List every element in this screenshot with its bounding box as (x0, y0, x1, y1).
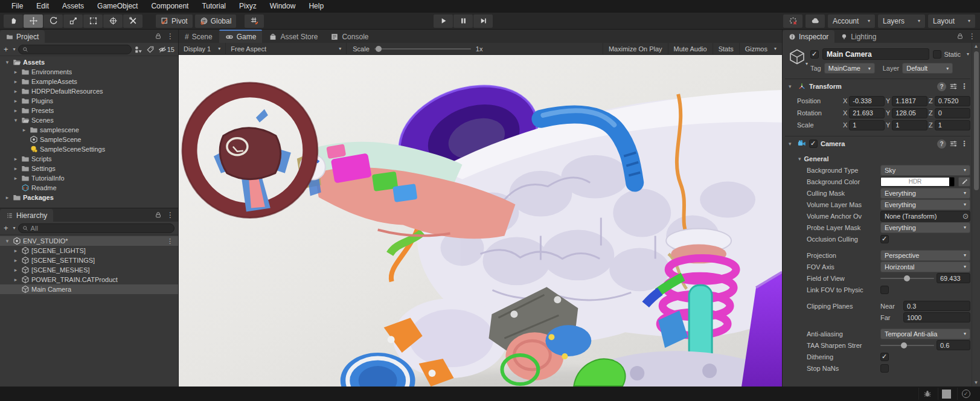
hidden-packages-toggle[interactable]: 15 (158, 45, 175, 54)
stats-button[interactable]: Stats (713, 43, 739, 54)
scale-tool-button[interactable] (63, 14, 83, 28)
display-dropdown[interactable]: Display 1 ▾ (179, 43, 226, 55)
hierarchy-item-scene-lights[interactable]: ▸[SCENE_LIGHTS] (0, 246, 178, 255)
projection-dropdown[interactable]: Perspective▾ (880, 250, 970, 261)
menu-edit[interactable]: Edit (30, 0, 56, 13)
tree-right-arrow-icon[interactable]: ▸ (12, 257, 19, 263)
fov-slider-knob[interactable] (904, 275, 910, 281)
position-y-field[interactable]: 1.1817 (892, 96, 927, 106)
lock-icon[interactable] (956, 33, 964, 40)
project-item-assets[interactable]: ▾Assets (0, 57, 178, 67)
transform-tool-button[interactable] (103, 14, 123, 28)
gizmos-dropdown[interactable]: Gizmos▾ (739, 43, 782, 54)
tree-right-arrow-icon[interactable]: ▸ (12, 267, 19, 273)
pause-button[interactable] (453, 14, 473, 28)
presets-icon[interactable] (949, 82, 958, 91)
tree-right-arrow-icon[interactable]: ▸ (12, 248, 19, 254)
hierarchy-item-main-camera[interactable]: Main Camera (0, 284, 178, 294)
tab-hierarchy[interactable]: Hierarchy (0, 209, 53, 222)
static-checkbox[interactable] (933, 50, 941, 59)
rotation-x-field[interactable]: 21.693 (849, 108, 885, 118)
tree-right-arrow-icon[interactable]: ▸ (12, 156, 19, 162)
dithering-checkbox[interactable] (880, 353, 889, 361)
scale-slider[interactable] (374, 48, 471, 50)
near-field[interactable]: 0.3 (903, 301, 970, 311)
volume-anchor-field[interactable]: None (Transform)⊙ (880, 211, 970, 222)
kebab-menu-icon[interactable]: ⋮ (961, 83, 968, 90)
tree-right-arrow-icon[interactable]: ▸ (4, 194, 11, 200)
rect-tool-button[interactable] (83, 14, 103, 28)
filter-by-label-icon[interactable] (146, 45, 155, 54)
project-item-scenes[interactable]: ▾Scenes (0, 115, 178, 125)
project-item-presets[interactable]: ▸Presets (0, 106, 178, 115)
step-button[interactable] (473, 14, 493, 28)
taa-sharpen-slider[interactable] (880, 345, 934, 346)
hierarchy-item-scene-settings[interactable]: ▸[SCENE_SETTINGS] (0, 255, 178, 265)
tree-right-arrow-icon[interactable]: ▸ (12, 165, 19, 172)
fov-axis-dropdown[interactable]: Horizontal▾ (880, 261, 970, 272)
scale-x-field[interactable]: 1 (849, 120, 885, 130)
aspect-dropdown[interactable]: Free Aspect ▾ (226, 43, 347, 55)
active-checkbox[interactable] (810, 50, 819, 59)
grid-snap-button[interactable] (245, 14, 264, 28)
hand-tool-button[interactable] (4, 14, 23, 28)
object-picker-icon[interactable]: ⊙ (962, 212, 969, 220)
account-dropdown[interactable]: Account▾ (828, 14, 875, 28)
project-add-button[interactable]: +▾ (4, 45, 16, 54)
help-icon[interactable]: ? (937, 140, 946, 149)
color-swatch-button[interactable] (938, 388, 955, 400)
kebab-menu-icon[interactable]: ⋮ (961, 140, 968, 147)
project-item-samplescenesettings[interactable]: SampleSceneSettings (0, 144, 178, 154)
menu-window[interactable]: Window (263, 0, 303, 13)
menu-component[interactable]: Component (144, 0, 195, 13)
probe-layer-mask-dropdown[interactable]: Everything▾ (880, 222, 970, 233)
camera-header[interactable]: ▾ Camera ? ⋮ (785, 136, 970, 151)
foldout-icon[interactable]: ▾ (789, 141, 795, 147)
presets-icon[interactable] (949, 140, 958, 148)
help-icon[interactable]: ? (937, 82, 946, 91)
kebab-menu-icon[interactable]: ⋮ (167, 237, 178, 245)
project-item-samplescene[interactable]: SampleScene (0, 135, 178, 144)
debug-button[interactable] (918, 388, 935, 400)
menu-file[interactable]: File (5, 0, 30, 13)
camera-enabled-checkbox[interactable] (809, 140, 818, 148)
play-button[interactable] (434, 14, 453, 28)
project-item-tutorialinfo[interactable]: ▸TutorialInfo (0, 173, 178, 183)
inspector-scrollbar[interactable]: ▲ ▼ (972, 43, 980, 387)
tree-right-arrow-icon[interactable]: ▸ (21, 127, 28, 133)
lock-icon[interactable] (155, 211, 162, 219)
culling-mask-dropdown[interactable]: Everything▾ (880, 188, 970, 199)
scale-y-field[interactable]: 1 (892, 120, 927, 130)
rotation-z-field[interactable]: 0 (935, 108, 970, 118)
layout-dropdown[interactable]: Layout▾ (928, 14, 975, 28)
mute-audio-button[interactable]: Mute Audio (668, 43, 713, 54)
link-fov-checkbox[interactable] (880, 286, 889, 294)
move-tool-button[interactable] (24, 14, 43, 28)
background-color-swatch[interactable]: HDR (880, 177, 955, 187)
tab-inspector[interactable]: Inspector (783, 30, 834, 43)
project-item-hdrpdefaultresources[interactable]: ▸HDRPDefaultResources (0, 86, 178, 96)
tree-down-arrow-icon[interactable]: ▾ (12, 117, 19, 123)
project-item-packages[interactable]: ▸Packages (0, 193, 178, 202)
kebab-menu-icon[interactable]: ⋮ (969, 33, 976, 40)
project-item-samplescene[interactable]: ▸samplescene (0, 125, 178, 135)
layers-dropdown[interactable]: Layers▾ (878, 14, 925, 28)
menu-assets[interactable]: Assets (56, 0, 91, 13)
custom-tool-button[interactable] (123, 14, 143, 28)
menu-pixyz[interactable]: Pixyz (232, 0, 263, 13)
gameobject-name-field[interactable]: Main Camera (822, 48, 929, 60)
tab-game[interactable]: Game (219, 30, 263, 43)
maximize-on-play-button[interactable]: Maximize On Play (603, 43, 668, 54)
tab-scene[interactable]: # Scene (179, 30, 219, 43)
kebab-menu-icon[interactable]: ⋮ (167, 33, 174, 40)
lock-icon[interactable] (155, 33, 162, 40)
transform-header[interactable]: ▾ Transform ? ⋮ (785, 79, 970, 94)
menu-tutorial[interactable]: Tutorial (195, 0, 232, 13)
game-viewport[interactable] (179, 55, 782, 387)
filter-by-type-icon[interactable] (134, 45, 143, 54)
rotate-tool-button[interactable] (43, 14, 63, 28)
tab-lighting[interactable]: Lighting (834, 30, 882, 43)
gameobject-icon[interactable]: ▾ (789, 48, 807, 66)
project-item-exampleassets[interactable]: ▸ExampleAssets (0, 77, 178, 86)
project-item-settings[interactable]: ▸Settings (0, 164, 178, 173)
